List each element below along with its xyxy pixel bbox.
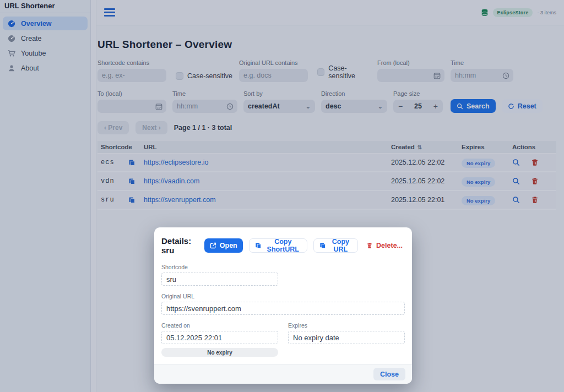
dialog-original-url-field: https://svenruppert.com bbox=[161, 302, 405, 315]
copy-url-label: Copy URL bbox=[329, 238, 352, 253]
delete-button-label: Delete... bbox=[376, 242, 403, 249]
no-expiry-badge: No expiry bbox=[161, 348, 278, 357]
dialog-title: Details: sru bbox=[161, 236, 196, 255]
trash-icon bbox=[366, 242, 373, 249]
copy-shorturl-button[interactable]: Copy ShortURL bbox=[249, 238, 307, 253]
dialog-shortcode-group: Shortcode sru bbox=[161, 264, 278, 286]
field-label: Shortcode bbox=[161, 264, 278, 270]
open-button[interactable]: Open bbox=[204, 238, 243, 253]
copy-shorturl-label: Copy ShortURL bbox=[265, 238, 301, 253]
copy-icon bbox=[319, 242, 326, 249]
dialog-dates-grid: Created on 05.12.2025 22:01 No expiry Ex… bbox=[161, 322, 405, 357]
dialog-created-field: 05.12.2025 22:01 bbox=[161, 331, 278, 344]
details-dialog: Details: sru Open Copy ShortURL Copy URL… bbox=[154, 227, 412, 384]
dialog-shortcode-field: sru bbox=[161, 273, 278, 286]
field-label: Original URL bbox=[161, 293, 405, 300]
dialog-original-url-group: Original URL https://svenruppert.com bbox=[161, 293, 405, 315]
dialog-header: Details: sru Open Copy ShortURL Copy URL… bbox=[161, 236, 405, 255]
open-button-label: Open bbox=[220, 242, 237, 249]
delete-button[interactable]: Delete... bbox=[364, 238, 405, 253]
copy-url-button[interactable]: Copy URL bbox=[313, 238, 358, 253]
field-label: Created on bbox=[161, 322, 278, 329]
copy-icon bbox=[255, 242, 262, 249]
external-link-icon bbox=[210, 242, 216, 249]
dialog-footer: Close bbox=[154, 364, 412, 384]
close-button[interactable]: Close bbox=[373, 368, 405, 380]
dialog-created-group: Created on 05.12.2025 22:01 No expiry bbox=[161, 322, 278, 357]
dialog-expires-group: Expires No expiry date bbox=[288, 322, 405, 357]
dialog-expires-field: No expiry date bbox=[288, 331, 405, 344]
field-label: Expires bbox=[288, 322, 405, 329]
